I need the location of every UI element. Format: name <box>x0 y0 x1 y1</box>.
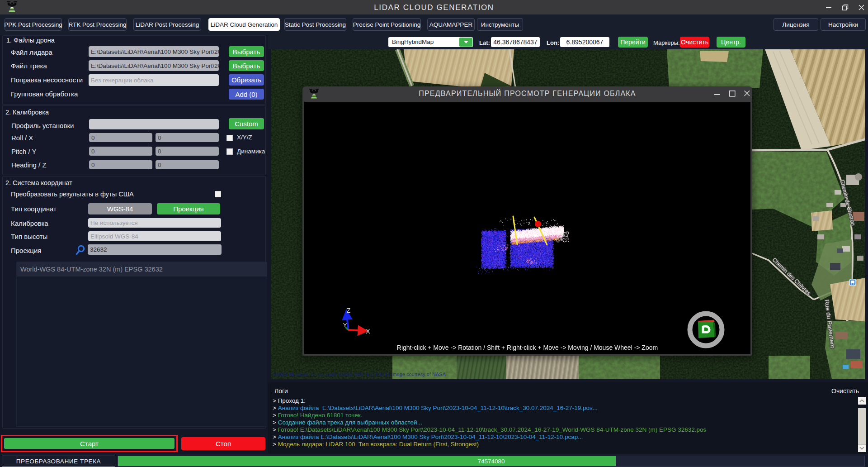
log-line: > Анализ файла E:\Datasets\LiDAR\Aerial\… <box>273 405 598 411</box>
feet-checkbox[interactable] <box>215 191 221 197</box>
app-window: LIDAR CLOUD GENERATION PPK Post Processi… <box>0 0 868 467</box>
log-line: > Создание файла трека для выбранных обл… <box>273 419 422 426</box>
tab-lidar-post-processing[interactable]: LiDAR Post Processing <box>133 18 201 31</box>
viewport-instruction: Right-click + Move -> Rotation / Shift +… <box>304 344 750 351</box>
lidar-choose-button[interactable]: Выбрать <box>229 46 264 57</box>
map-center-button[interactable]: Центр. <box>717 37 745 48</box>
add-button[interactable]: Add (0) <box>229 89 264 100</box>
tab-инструменты[interactable]: Инструменты <box>477 18 523 31</box>
calibration-input[interactable]: Не используется <box>88 218 221 228</box>
tab-aquamapper[interactable]: AQUAMAPPER <box>427 18 475 31</box>
feet-label: Преобразовать результаты в футы США <box>11 191 134 198</box>
pitch-label: Pitch / Y <box>11 148 37 155</box>
restore-button[interactable] <box>838 0 853 14</box>
custom-button[interactable]: Custom <box>229 118 264 129</box>
profile-label: Профиль установки <box>11 122 74 129</box>
track-choose-button[interactable]: Выбрать <box>229 60 264 71</box>
scrollbar-thumb[interactable] <box>858 408 866 444</box>
tab-precise-point-positioning[interactable]: Precise Point Positioning <box>353 18 421 31</box>
tab-ppk-post-processing[interactable]: PPK Post Processing <box>5 18 62 31</box>
modal-title-bar: ПРЕДВАРИТЕЛЬНЫЙ ПРОСМОТР ГЕНЕРАЦИИ ОБЛАК… <box>302 86 752 100</box>
roll-input-1[interactable]: 0 <box>89 133 152 142</box>
heading-input-1[interactable]: 0 <box>89 160 152 169</box>
orientation-cube-widget[interactable] <box>687 311 725 348</box>
projection-list-item[interactable]: World-WGS 84-UTM-zone 32N (m) EPSG 32632 <box>17 262 267 276</box>
heading-input-2[interactable]: 0 <box>156 160 219 169</box>
roll-label: Roll / X <box>11 134 33 142</box>
projection-label: Проекция <box>11 247 41 254</box>
track-file-input[interactable]: E:\Datasets\LiDAR\Aerial\100 M300 Sky Po… <box>89 60 219 71</box>
log-scrollbar[interactable] <box>858 397 866 452</box>
modal-maximize-button[interactable] <box>727 86 737 100</box>
height-type-input[interactable]: Ellipsoid WGS-84 <box>88 231 221 241</box>
pointcloud-viewport[interactable]: Right-click + Move -> Rotation / Shift +… <box>304 102 750 354</box>
status-bar: ПРЕОБРАЗОВАНИЕ ТРЕКА 74574080 <box>0 454 868 467</box>
progress-value: 74574080 <box>118 458 864 465</box>
modal-minimize-button[interactable] <box>712 86 722 100</box>
map-copyright: ©2024 Microsoft Corporation ©2024 NAVTEQ… <box>273 372 446 377</box>
bus-stop-icon[interactable] <box>849 279 856 286</box>
log-title: Логи <box>274 387 288 395</box>
log-panel: Логи Очистить > Проход 1:> Анализ файла … <box>268 382 868 454</box>
lon-input[interactable]: 6.895200067 <box>560 37 609 47</box>
stop-button[interactable]: Стоп <box>181 437 265 450</box>
settings-button[interactable]: Настройки <box>821 18 866 31</box>
svg-text:X: X <box>366 328 370 335</box>
profile-input[interactable] <box>89 119 219 129</box>
lidar-file-input[interactable]: E:\Datasets\LiDAR\Aerial\100 M300 Sky Po… <box>89 46 219 57</box>
lat-input[interactable]: 46.3678678437 <box>491 37 540 47</box>
scroll-down-button[interactable] <box>858 444 866 452</box>
map-control-bar: BingHybridMapLat:46.3678678437Lon:6.8952… <box>268 35 868 49</box>
preview-modal: ПРЕДВАРИТЕЛЬНЫЙ ПРОСМОТР ГЕНЕРАЦИИ ОБЛАК… <box>302 86 752 356</box>
dynamics-label: Динамика <box>237 148 265 155</box>
go-button[interactable]: Перейти <box>618 37 648 48</box>
pitch-input-1[interactable]: 0 <box>89 147 152 156</box>
tab-rtk-post-processing[interactable]: RTK Post Processing <box>68 18 127 31</box>
projection-button[interactable]: Проекция <box>157 203 220 214</box>
log-clear-button[interactable]: Очистить <box>831 387 859 395</box>
search-icon[interactable] <box>75 245 85 256</box>
app-title: LIDAR CLOUD GENERATION <box>0 3 868 12</box>
scroll-up-button[interactable] <box>858 397 866 405</box>
minimize-button[interactable] <box>821 0 836 14</box>
dropdown-arrow-button[interactable] <box>459 38 472 47</box>
modal-title: ПРЕДВАРИТЕЛЬНЫЙ ПРОСМОТР ГЕНЕРАЦИИ ОБЛАК… <box>302 90 752 98</box>
misalignment-label: Поправка несоосности <box>11 76 83 84</box>
tab-static-post-processing[interactable]: Static Post Processing <box>284 18 346 31</box>
height-type-label: Тип высоты <box>11 233 47 240</box>
xyz-label: X/Y/Z <box>237 134 252 141</box>
svg-text:Y: Y <box>343 322 347 329</box>
log-line: > Готово! Найдено 61801 точек. <box>273 412 362 419</box>
markers-clear-button[interactable]: Очистить <box>680 37 709 48</box>
xyz-checkbox[interactable] <box>226 135 233 141</box>
projection-listbox[interactable] <box>16 262 267 427</box>
heading-label: Heading / Z <box>11 161 47 169</box>
projection-input[interactable]: 32632 <box>88 244 222 255</box>
license-button[interactable]: Лицензия <box>774 18 818 31</box>
section-coords-title: 2. Система координат <box>5 179 72 186</box>
roll-input-2[interactable]: 0 <box>156 133 219 142</box>
section-calibration-title: 2. Калибровка <box>5 109 49 116</box>
crop-button[interactable]: Обрезать <box>229 74 264 86</box>
misalignment-input[interactable]: Без генерации облака <box>89 74 219 86</box>
log-line: > Проход 1: <box>273 397 306 404</box>
log-line: > Анализ файла E:\Datasets\LiDAR\Aerial\… <box>273 434 583 440</box>
coord-type-label: Тип координат <box>11 205 57 213</box>
section-drone-files-title: 1. Файлы дрона <box>6 37 55 44</box>
lat-label: Lat: <box>479 39 490 46</box>
log-line: > Модель лидара: LiDAR 100 Тип возврата:… <box>273 441 479 448</box>
tab-lidar-cloud-generation[interactable]: LiDAR Cloud Generation <box>208 18 280 31</box>
start-button-highlight: Старт <box>1 435 178 452</box>
close-button[interactable] <box>854 0 868 14</box>
lon-label: Lon: <box>547 39 559 46</box>
wgs84-button[interactable]: WGS-84 <box>88 203 152 214</box>
left-panel: 1. Файлы дронаФайл лидараE:\Datasets\LiD… <box>0 35 268 454</box>
tab-bar: PPK Post ProcessingRTK Post ProcessingLi… <box>0 14 868 35</box>
modal-close-button[interactable] <box>742 86 752 100</box>
map-provider-value: BingHybridMap <box>392 38 434 45</box>
axis-indicator: Z Y X <box>331 305 377 342</box>
map-provider-dropdown[interactable]: BingHybridMap <box>388 37 473 47</box>
pitch-input-2[interactable]: 0 <box>156 147 219 156</box>
start-button[interactable]: Старт <box>4 438 175 449</box>
dynamics-checkbox[interactable] <box>226 148 233 155</box>
